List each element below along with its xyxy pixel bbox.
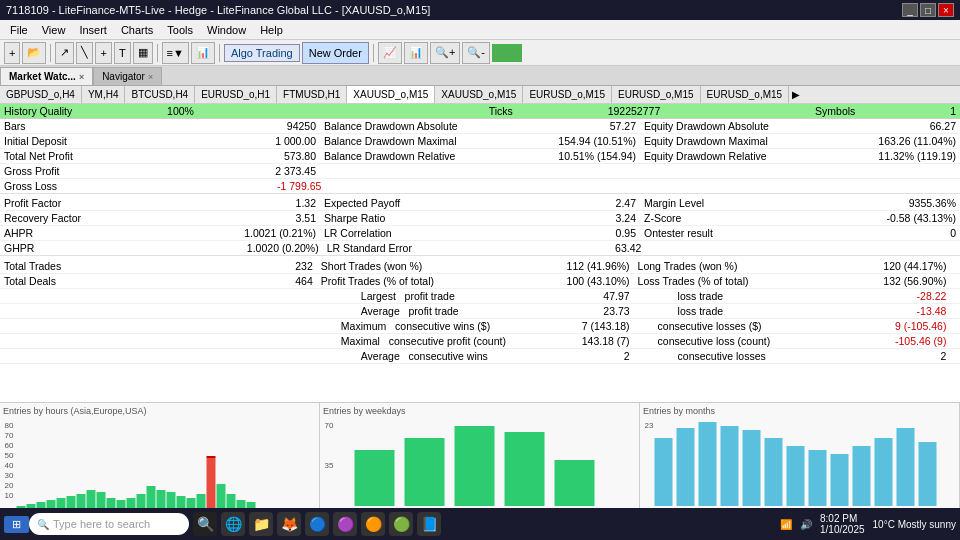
tab-navigator-close[interactable]: ×	[148, 72, 153, 82]
menu-window[interactable]: Window	[201, 22, 252, 38]
svg-rect-41	[655, 438, 673, 506]
taskbar-search[interactable]: 🔍 Type here to search	[29, 513, 189, 535]
maximal-profit-value: 143.18 (7)	[582, 335, 630, 347]
svg-rect-23	[167, 492, 176, 508]
sym-tab-ym[interactable]: YM,H4	[82, 86, 126, 104]
new-button[interactable]: +	[4, 42, 20, 64]
search-placeholder: Type here to search	[53, 518, 150, 530]
max-losses-label: consecutive losses ($)	[638, 320, 762, 332]
menu-bar: File View Insert Charts Tools Window Hel…	[0, 20, 960, 40]
sym-tab-btcusd[interactable]: BTCUSD,H4	[125, 86, 195, 104]
svg-rect-49	[831, 454, 849, 506]
svg-rect-14	[77, 494, 86, 508]
indicator-btn[interactable]: 📊	[191, 42, 215, 64]
svg-rect-25	[187, 498, 196, 508]
svg-text:50: 50	[5, 451, 14, 460]
network-icon: 📶	[780, 519, 792, 530]
volume-icon: 🔊	[800, 519, 812, 530]
balance-dd-abs-value: 57.27	[610, 120, 636, 132]
sym-tab-xauusd-2[interactable]: XAUUSD_o,M15	[435, 86, 523, 104]
menu-charts[interactable]: Charts	[115, 22, 159, 38]
zoom-in[interactable]: 🔍+	[430, 42, 460, 64]
menu-help[interactable]: Help	[254, 22, 289, 38]
cross-tool[interactable]: +	[95, 42, 111, 64]
taskbar-icon-app2[interactable]: 🔵	[305, 512, 329, 536]
svg-text:60: 60	[5, 441, 14, 450]
stats-row-average-profit: Average profit trade 23.73 loss trade -1…	[0, 304, 960, 319]
largest-loss-value: -28.22	[917, 290, 947, 302]
sym-tab-eurusd-m15-1[interactable]: EURUSD_o,M15	[523, 86, 612, 104]
svg-rect-17	[107, 498, 116, 508]
menu-file[interactable]: File	[4, 22, 34, 38]
stats-row-profit-factor: Profit Factor 1.32 Expected Payoff 2.47 …	[0, 196, 960, 211]
svg-rect-12	[57, 498, 66, 508]
close-button[interactable]: ×	[938, 3, 954, 17]
minimize-button[interactable]: _	[902, 3, 918, 17]
stats-row-bars: Bars 94250 Balance Drawdown Absolute 57.…	[0, 119, 960, 134]
window-controls[interactable]: _ □ ×	[902, 3, 954, 17]
loss-trades-label: Loss Trades (% of total)	[638, 275, 749, 287]
maximize-button[interactable]: □	[920, 3, 936, 17]
stats-row-avg-consec: Average consecutive wins 2 consecutive l…	[0, 349, 960, 364]
menu-tools[interactable]: Tools	[161, 22, 199, 38]
profit-factor-value: 1.32	[296, 197, 316, 209]
svg-rect-28	[217, 484, 226, 508]
short-trades-value: 112 (41.96%)	[567, 260, 630, 272]
sym-tab-eurusd-h1[interactable]: EURUSD_o,H1	[195, 86, 277, 104]
chart-icon2[interactable]: 📊	[404, 42, 428, 64]
chart-type[interactable]: ≡▼	[162, 42, 189, 64]
chart-months-title: Entries by months	[643, 406, 956, 416]
menu-view[interactable]: View	[36, 22, 72, 38]
sym-tab-scroll-right[interactable]: ▶	[789, 89, 803, 100]
shape-tool[interactable]: ▦	[133, 42, 153, 64]
svg-rect-22	[157, 490, 166, 508]
svg-rect-21	[147, 486, 156, 508]
svg-rect-42	[677, 428, 695, 506]
lr-correlation-value: 0.95	[616, 227, 636, 239]
sym-tab-eurusd-m15-2[interactable]: EURUSD_o,M15	[612, 86, 701, 104]
history-quality-row: History Quality 100% Ticks 192252777 Sym…	[0, 104, 960, 119]
open-button[interactable]: 📂	[22, 42, 46, 64]
chart-weekdays-svg: 70 35	[323, 418, 636, 508]
sym-tab-xauusd-1[interactable]: XAUUSD_o,M15	[347, 86, 435, 104]
line-tool[interactable]: ╲	[76, 42, 93, 64]
tab-navigator-label: Navigator	[102, 71, 145, 82]
taskbar-icon-browser[interactable]: 🌐	[221, 512, 245, 536]
tab-navigator[interactable]: Navigator ×	[93, 67, 162, 85]
ahpr-value: 1.0021 (0.21%)	[244, 227, 316, 239]
maximal-profit-label: Maximal consecutive profit (count)	[321, 335, 506, 347]
taskbar-icon-app3[interactable]: 🟣	[333, 512, 357, 536]
svg-rect-18	[117, 500, 126, 508]
svg-rect-38	[505, 432, 545, 506]
color-box	[492, 44, 522, 62]
total-trades-value: 232	[295, 260, 313, 272]
new-order-button[interactable]: New Order	[302, 42, 369, 64]
profit-factor-label: Profit Factor	[4, 197, 61, 209]
taskbar-icon-search[interactable]: 🔍	[193, 512, 217, 536]
sym-tab-gbpusd[interactable]: GBPUSD_o,H4	[0, 86, 82, 104]
sym-tab-eurusd-m15-3[interactable]: EURUSD_o,M15	[701, 86, 790, 104]
taskbar-icon-app1[interactable]: 🦊	[277, 512, 301, 536]
avg-loss-value: -13.48	[917, 305, 947, 317]
avg-consec-losses-value: 2	[941, 350, 947, 362]
text-tool[interactable]: T	[114, 42, 131, 64]
tab-market-watch[interactable]: Market Watc... ×	[0, 67, 93, 85]
start-menu-button[interactable]: ⊞	[4, 516, 29, 533]
sym-tab-ftmusd[interactable]: FTMUSD,H1	[277, 86, 347, 104]
margin-level-value: 9355.36%	[909, 197, 956, 209]
chart-hours: Entries by hours (Asia,Europe,USA) 80 70…	[0, 403, 320, 517]
arrow-tool[interactable]: ↗	[55, 42, 74, 64]
taskbar-icon-app4[interactable]: 🟠	[361, 512, 385, 536]
svg-rect-35	[355, 450, 395, 506]
symbol-tabs-bar: GBPUSD_o,H4 YM,H4 BTCUSD,H4 EURUSD_o,H1 …	[0, 86, 960, 104]
taskbar-icon-app5[interactable]: 🟢	[389, 512, 413, 536]
tab-market-watch-close[interactable]: ×	[79, 72, 84, 82]
svg-rect-36	[405, 438, 445, 506]
taskbar-icon-app6[interactable]: 📘	[417, 512, 441, 536]
menu-insert[interactable]: Insert	[73, 22, 113, 38]
history-quality-value: 100%	[167, 105, 194, 117]
long-trades-label: Long Trades (won %)	[638, 260, 738, 272]
zoom-out[interactable]: 🔍-	[462, 42, 490, 64]
chart-icon1[interactable]: 📈	[378, 42, 402, 64]
taskbar-icon-file[interactable]: 📁	[249, 512, 273, 536]
